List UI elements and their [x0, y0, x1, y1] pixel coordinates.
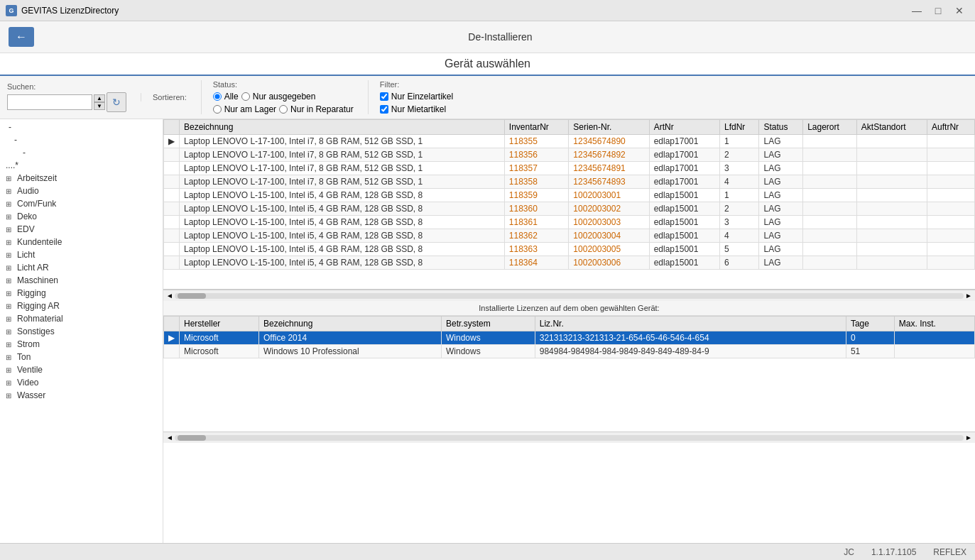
- lower-col-bezeichnung[interactable]: Bezeichnung: [258, 317, 441, 331]
- sidebar-item-maschinen[interactable]: ⊞ Maschinen: [0, 274, 163, 287]
- close-button[interactable]: ✕: [949, 3, 969, 18]
- col-lfdnr[interactable]: LfdNr: [719, 120, 759, 135]
- minimize-button[interactable]: —: [907, 3, 927, 18]
- col-status[interactable]: Status: [759, 120, 803, 135]
- lower-cell-hersteller: Microsoft: [180, 345, 259, 358]
- status-label: Status:: [213, 80, 354, 89]
- upper-table-row[interactable]: Laptop LENOVO L-15-100, Intel i5, 4 GB R…: [164, 229, 975, 243]
- radio-alle[interactable]: [213, 92, 222, 101]
- upper-table-row[interactable]: Laptop LENOVO L-15-100, Intel i5, 4 GB R…: [164, 189, 975, 202]
- col-auftrnr[interactable]: AuftrNr: [927, 120, 975, 135]
- sidebar-label-maschinen: Maschinen: [17, 275, 58, 285]
- back-button[interactable]: ←: [9, 27, 34, 47]
- lower-hscroll[interactable]: ◄ ►: [163, 432, 975, 443]
- sidebar-item-comfunk[interactable]: ⊞ Com/Funk: [0, 197, 163, 210]
- main-window: ← De-Installieren Gerät auswählen Suchen…: [0, 21, 975, 560]
- col-arrow: [164, 120, 180, 135]
- sidebar-item-deko[interactable]: ⊞ Deko: [0, 210, 163, 223]
- cell-bezeichnung: Laptop LENOVO L-17-100, Intel i7, 8 GB R…: [180, 175, 505, 189]
- col-seriennr[interactable]: Serien-Nr.: [569, 120, 649, 135]
- sidebar-item-wildcard[interactable]: ....*: [0, 159, 163, 172]
- cell-auftrnr: [927, 162, 975, 175]
- col-artnr[interactable]: ArtNr: [649, 120, 719, 135]
- filter-label: Filter:: [380, 80, 453, 89]
- lower-col-hersteller[interactable]: Hersteller: [180, 317, 259, 331]
- lower-table-container[interactable]: Hersteller Bezeichnung Betr.system Liz.N…: [163, 316, 975, 432]
- filter-group: Filter: Nur Einzelartikel Nur Mietartike…: [368, 80, 453, 114]
- sidebar-item-wasser[interactable]: ⊞ Wasser: [0, 389, 163, 402]
- upper-table-row[interactable]: ▶ Laptop LENOVO L-17-100, Intel i7, 8 GB…: [164, 135, 975, 148]
- upper-table-row[interactable]: Laptop LENOVO L-15-100, Intel i5, 4 GB R…: [164, 243, 975, 256]
- row-arrow-cell: [164, 189, 180, 202]
- col-inventarnr[interactable]: InventarNr: [504, 120, 569, 135]
- lower-col-tage[interactable]: Tage: [846, 317, 894, 331]
- sidebar-item-dash1[interactable]: -: [0, 121, 163, 133]
- sidebar-item-lichtar[interactable]: ⊞ Licht AR: [0, 261, 163, 274]
- radio-lager[interactable]: [213, 105, 222, 114]
- sidebar-item-kundenteile[interactable]: ⊞ Kundenteile: [0, 236, 163, 248]
- lower-title: Installierte Lizenzen auf dem oben gewäh…: [163, 301, 975, 316]
- content-area: - - - ....* ⊞ Arbeitszeit ⊞ Audio ⊞ Com/…: [0, 119, 975, 543]
- page-title: Gerät auswählen: [0, 53, 975, 76]
- lower-col-maxinst[interactable]: Max. Inst.: [894, 317, 974, 331]
- lower-col-betrsystem[interactable]: Betr.system: [442, 317, 535, 331]
- sidebar-item-ton[interactable]: ⊞ Ton: [0, 351, 163, 363]
- spin-up-button[interactable]: ▲: [94, 94, 105, 102]
- status-bar: JC 1.1.17.1105 REFLEX: [0, 543, 975, 560]
- sidebar-item-riggingar[interactable]: ⊞ Rigging AR: [0, 300, 163, 312]
- cell-lagerort: [803, 202, 857, 216]
- col-lagerort[interactable]: Lagerort: [803, 120, 857, 135]
- lower-col-liznr[interactable]: Liz.Nr.: [535, 317, 846, 331]
- cell-artnr: edlap15001: [649, 202, 719, 216]
- col-aktstandort[interactable]: AktStandort: [856, 120, 927, 135]
- upper-hscroll[interactable]: ◄ ►: [163, 290, 975, 301]
- cell-artnr: edlap17001: [649, 162, 719, 175]
- sidebar-item-dash3[interactable]: -: [0, 146, 163, 159]
- cb-mietartikel[interactable]: [380, 105, 388, 114]
- sidebar-item-sonstiges[interactable]: ⊞ Sonstiges: [0, 325, 163, 338]
- sidebar-item-video[interactable]: ⊞ Video: [0, 376, 163, 389]
- sidebar-label-ventile: Ventile: [17, 365, 43, 375]
- cell-lfdnr: 3: [719, 216, 759, 229]
- refresh-button[interactable]: ↻: [107, 92, 126, 112]
- lower-row-arrow: ▶: [164, 331, 180, 345]
- upper-table-row[interactable]: Laptop LENOVO L-17-100, Intel i7, 8 GB R…: [164, 175, 975, 189]
- upper-table-row[interactable]: Laptop LENOVO L-15-100, Intel i5, 4 GB R…: [164, 256, 975, 270]
- lower-table-row[interactable]: Microsoft Windows 10 Professional Window…: [164, 345, 975, 358]
- cell-seriennr: 1002003002: [569, 202, 649, 216]
- radio-ausgegeben[interactable]: [241, 92, 250, 101]
- upper-table-container[interactable]: Bezeichnung InventarNr Serien-Nr. ArtNr …: [163, 119, 975, 290]
- sidebar-label-wasser: Wasser: [17, 390, 45, 400]
- cell-auftrnr: [927, 256, 975, 270]
- search-input[interactable]: [7, 94, 92, 110]
- window-controls: — □ ✕: [907, 3, 969, 18]
- sidebar-item-rigging[interactable]: ⊞ Rigging: [0, 287, 163, 300]
- sidebar-item-ventile[interactable]: ⊞ Ventile: [0, 363, 163, 376]
- cb-einzelartikel[interactable]: [380, 92, 388, 101]
- sidebar-item-arbeitszeit[interactable]: ⊞ Arbeitszeit: [0, 172, 163, 185]
- sidebar-item-edv[interactable]: ⊞ EDV: [0, 223, 163, 236]
- radio-reparatur[interactable]: [279, 105, 288, 114]
- col-bezeichnung[interactable]: Bezeichnung: [180, 120, 505, 135]
- sidebar-label-rigging: Rigging: [17, 288, 46, 298]
- cell-lagerort: [803, 175, 857, 189]
- sidebar-item-licht[interactable]: ⊞ Licht: [0, 248, 163, 261]
- upper-table-row[interactable]: Laptop LENOVO L-17-100, Intel i7, 8 GB R…: [164, 148, 975, 162]
- upper-table-row[interactable]: Laptop LENOVO L-15-100, Intel i5, 4 GB R…: [164, 202, 975, 216]
- cell-seriennr: 12345674893: [569, 175, 649, 189]
- sidebar-item-audio[interactable]: ⊞ Audio: [0, 185, 163, 197]
- upper-table-row[interactable]: Laptop LENOVO L-17-100, Intel i7, 8 GB R…: [164, 162, 975, 175]
- cell-aktstandort: [856, 162, 927, 175]
- cell-lagerort: [803, 148, 857, 162]
- sidebar-item-rohmaterial[interactable]: ⊞ Rohmaterial: [0, 312, 163, 325]
- upper-table-row[interactable]: Laptop LENOVO L-15-100, Intel i5, 4 GB R…: [164, 216, 975, 229]
- cell-status: LAG: [759, 189, 803, 202]
- sidebar-item-strom[interactable]: ⊞ Strom: [0, 338, 163, 351]
- cb-einzelartikel-label: Nur Einzelartikel: [391, 92, 453, 101]
- spin-down-button[interactable]: ▼: [94, 102, 105, 110]
- expand-icon-rigging: ⊞: [6, 290, 14, 297]
- lower-table-row[interactable]: ▶ Microsoft Office 2014 Windows 32131321…: [164, 331, 975, 345]
- maximize-button[interactable]: □: [928, 3, 948, 18]
- status-group: Status: Alle Nur ausgegeben Nur am Lager…: [201, 80, 354, 114]
- sidebar-item-dash2[interactable]: -: [0, 133, 163, 146]
